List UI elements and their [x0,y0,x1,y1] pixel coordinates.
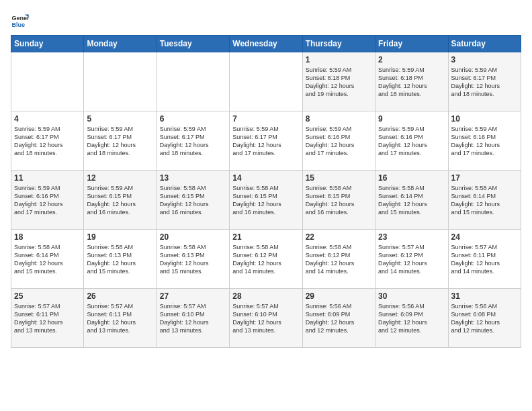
calendar-cell: 26Sunrise: 5:57 AM Sunset: 6:11 PM Dayli… [84,289,157,348]
calendar-table: SundayMondayTuesdayWednesdayThursdayFrid… [11,35,521,348]
calendar-cell: 4Sunrise: 5:59 AM Sunset: 6:17 PM Daylig… [11,111,84,171]
day-info: Sunrise: 5:58 AM Sunset: 6:14 PM Dayligh… [378,184,445,217]
calendar-cell: 11Sunrise: 5:59 AM Sunset: 6:16 PM Dayli… [11,171,84,230]
calendar-week-row: 1Sunrise: 5:59 AM Sunset: 6:18 PM Daylig… [11,52,521,111]
day-info: Sunrise: 5:59 AM Sunset: 6:17 PM Dayligh… [232,125,299,158]
day-info: Sunrise: 5:57 AM Sunset: 6:10 PM Dayligh… [232,302,299,335]
calendar-week-row: 25Sunrise: 5:57 AM Sunset: 6:11 PM Dayli… [11,289,521,348]
calendar-cell: 6Sunrise: 5:59 AM Sunset: 6:17 PM Daylig… [157,111,229,171]
calendar-cell [11,52,84,111]
weekday-header-cell: Thursday [302,36,375,52]
day-info: Sunrise: 5:59 AM Sunset: 6:16 PM Dayligh… [378,125,445,158]
day-info: Sunrise: 5:59 AM Sunset: 6:17 PM Dayligh… [451,66,518,99]
day-number: 7 [232,114,299,124]
day-info: Sunrise: 5:58 AM Sunset: 6:14 PM Dayligh… [451,184,518,217]
logo: General Blue [11,11,30,30]
day-info: Sunrise: 5:59 AM Sunset: 6:17 PM Dayligh… [87,125,153,158]
calendar-cell: 3Sunrise: 5:59 AM Sunset: 6:17 PM Daylig… [448,52,521,111]
day-info: Sunrise: 5:58 AM Sunset: 6:12 PM Dayligh… [232,243,299,276]
weekday-header-cell: Wednesday [230,36,302,52]
calendar-cell [157,52,229,111]
day-info: Sunrise: 5:57 AM Sunset: 6:11 PM Dayligh… [87,302,153,335]
calendar-cell: 20Sunrise: 5:58 AM Sunset: 6:13 PM Dayli… [157,230,229,289]
calendar-cell: 10Sunrise: 5:59 AM Sunset: 6:16 PM Dayli… [448,111,521,171]
calendar-cell: 7Sunrise: 5:59 AM Sunset: 6:17 PM Daylig… [230,111,302,171]
calendar-cell: 22Sunrise: 5:58 AM Sunset: 6:12 PM Dayli… [302,230,375,289]
calendar-cell: 5Sunrise: 5:59 AM Sunset: 6:17 PM Daylig… [84,111,157,171]
day-number: 1 [306,55,372,64]
weekday-header-row: SundayMondayTuesdayWednesdayThursdayFrid… [11,36,521,52]
weekday-header-cell: Friday [375,36,448,52]
calendar-week-row: 4Sunrise: 5:59 AM Sunset: 6:17 PM Daylig… [11,111,521,171]
day-info: Sunrise: 5:58 AM Sunset: 6:12 PM Dayligh… [306,243,372,276]
calendar-week-row: 11Sunrise: 5:59 AM Sunset: 6:16 PM Dayli… [11,171,521,230]
calendar-cell: 13Sunrise: 5:58 AM Sunset: 6:15 PM Dayli… [157,171,229,230]
calendar-cell: 12Sunrise: 5:59 AM Sunset: 6:15 PM Dayli… [84,171,157,230]
day-info: Sunrise: 5:59 AM Sunset: 6:18 PM Dayligh… [378,66,445,99]
calendar-cell: 18Sunrise: 5:58 AM Sunset: 6:14 PM Dayli… [11,230,84,289]
day-number: 4 [14,114,81,124]
day-number: 20 [160,232,226,242]
day-number: 9 [378,114,445,124]
day-number: 22 [306,232,372,242]
day-number: 23 [378,232,445,242]
day-number: 11 [14,173,81,183]
calendar-cell: 27Sunrise: 5:57 AM Sunset: 6:10 PM Dayli… [157,289,229,348]
calendar-cell: 19Sunrise: 5:58 AM Sunset: 6:13 PM Dayli… [84,230,157,289]
calendar-cell: 23Sunrise: 5:57 AM Sunset: 6:12 PM Dayli… [375,230,448,289]
day-info: Sunrise: 5:56 AM Sunset: 6:09 PM Dayligh… [378,302,445,335]
day-info: Sunrise: 5:59 AM Sunset: 6:17 PM Dayligh… [160,125,226,158]
calendar-cell: 31Sunrise: 5:56 AM Sunset: 6:08 PM Dayli… [448,289,521,348]
day-number: 10 [451,114,518,124]
calendar-cell: 28Sunrise: 5:57 AM Sunset: 6:10 PM Dayli… [230,289,302,348]
calendar-cell: 21Sunrise: 5:58 AM Sunset: 6:12 PM Dayli… [230,230,302,289]
day-number: 15 [306,173,372,183]
calendar-cell: 29Sunrise: 5:56 AM Sunset: 6:09 PM Dayli… [302,289,375,348]
day-number: 6 [160,114,226,124]
day-number: 16 [378,173,445,183]
weekday-header-cell: Monday [84,36,157,52]
weekday-header-cell: Tuesday [157,36,229,52]
day-info: Sunrise: 5:59 AM Sunset: 6:16 PM Dayligh… [306,125,372,158]
day-number: 12 [87,173,153,183]
day-number: 25 [14,291,81,301]
day-number: 19 [87,232,153,242]
day-number: 24 [451,232,518,242]
day-number: 13 [160,173,226,183]
day-info: Sunrise: 5:57 AM Sunset: 6:11 PM Dayligh… [451,243,518,276]
calendar-cell: 1Sunrise: 5:59 AM Sunset: 6:18 PM Daylig… [302,52,375,111]
day-info: Sunrise: 5:58 AM Sunset: 6:14 PM Dayligh… [14,243,81,276]
day-number: 31 [451,291,518,301]
day-number: 27 [160,291,226,301]
day-info: Sunrise: 5:58 AM Sunset: 6:13 PM Dayligh… [87,243,153,276]
calendar-cell [230,52,302,111]
calendar-cell: 16Sunrise: 5:58 AM Sunset: 6:14 PM Dayli… [375,171,448,230]
day-number: 8 [306,114,372,124]
svg-text:Blue: Blue [11,21,25,28]
day-number: 5 [87,114,153,124]
day-info: Sunrise: 5:57 AM Sunset: 6:11 PM Dayligh… [14,302,81,335]
weekday-header-cell: Sunday [11,36,84,52]
day-info: Sunrise: 5:56 AM Sunset: 6:09 PM Dayligh… [306,302,372,335]
day-info: Sunrise: 5:58 AM Sunset: 6:13 PM Dayligh… [160,243,226,276]
day-number: 14 [232,173,299,183]
calendar-cell: 25Sunrise: 5:57 AM Sunset: 6:11 PM Dayli… [11,289,84,348]
day-number: 30 [378,291,445,301]
day-info: Sunrise: 5:57 AM Sunset: 6:12 PM Dayligh… [378,243,445,276]
calendar-cell: 9Sunrise: 5:59 AM Sunset: 6:16 PM Daylig… [375,111,448,171]
calendar-cell: 15Sunrise: 5:58 AM Sunset: 6:15 PM Dayli… [302,171,375,230]
logo-icon: General Blue [11,11,30,30]
day-number: 26 [87,291,153,301]
calendar-cell: 8Sunrise: 5:59 AM Sunset: 6:16 PM Daylig… [302,111,375,171]
day-number: 29 [306,291,372,301]
day-info: Sunrise: 5:57 AM Sunset: 6:10 PM Dayligh… [160,302,226,335]
day-number: 17 [451,173,518,183]
calendar-cell: 17Sunrise: 5:58 AM Sunset: 6:14 PM Dayli… [448,171,521,230]
day-number: 18 [14,232,81,242]
day-info: Sunrise: 5:59 AM Sunset: 6:16 PM Dayligh… [451,125,518,158]
day-info: Sunrise: 5:58 AM Sunset: 6:15 PM Dayligh… [160,184,226,217]
calendar-week-row: 18Sunrise: 5:58 AM Sunset: 6:14 PM Dayli… [11,230,521,289]
day-info: Sunrise: 5:59 AM Sunset: 6:17 PM Dayligh… [14,125,81,158]
page-header: General Blue [11,11,521,30]
calendar-cell: 24Sunrise: 5:57 AM Sunset: 6:11 PM Dayli… [448,230,521,289]
